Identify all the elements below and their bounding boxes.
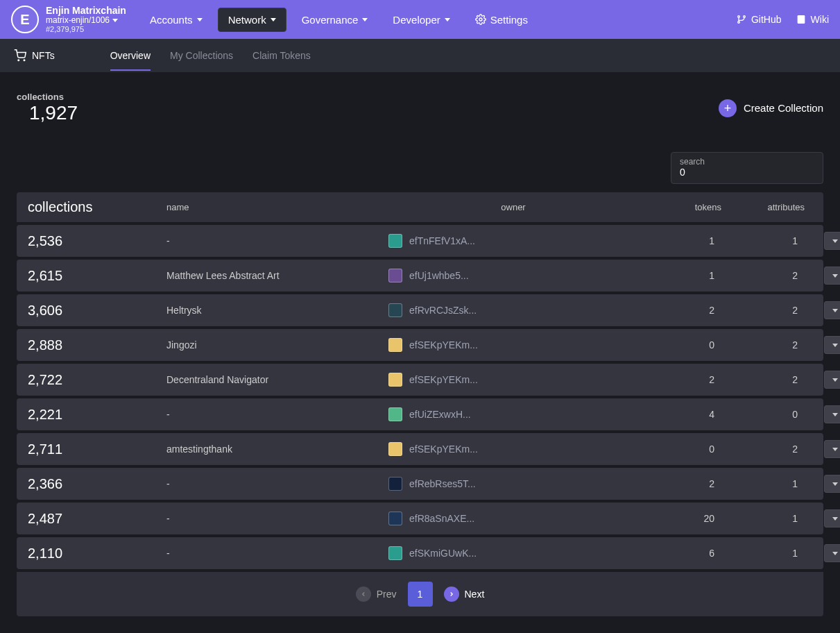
search-input[interactable] xyxy=(680,167,814,178)
row-actions-button[interactable] xyxy=(824,301,840,319)
chevron-down-icon xyxy=(832,239,838,243)
table-row: 2,221 - efUiZExwxH... 4 0 xyxy=(17,398,823,430)
nav-accounts[interactable]: Accounts xyxy=(140,8,212,31)
cell-id: 2,722 xyxy=(28,372,166,388)
row-actions-button[interactable] xyxy=(824,509,840,528)
cell-owner[interactable]: efUj1whbe5... xyxy=(388,269,638,282)
chevron-down-icon xyxy=(832,378,838,382)
github-link[interactable]: GitHub xyxy=(736,14,782,25)
row-actions-button[interactable] xyxy=(824,544,840,562)
plus-icon: + xyxy=(719,99,737,117)
nav-developer[interactable]: Developer xyxy=(383,8,459,31)
row-actions-button[interactable] xyxy=(824,371,840,389)
create-collection-button[interactable]: + Create Collection xyxy=(719,99,823,117)
cell-tokens: 0 xyxy=(638,339,721,351)
cell-owner[interactable]: efUiZExwxH... xyxy=(388,407,638,421)
cell-attributes: 2 xyxy=(721,374,805,385)
book-icon xyxy=(796,14,807,25)
collections-table: collections name owner tokens attributes… xyxy=(17,192,823,616)
cell-tokens: 0 xyxy=(638,444,721,455)
svg-point-3 xyxy=(744,16,746,18)
row-actions-button[interactable] xyxy=(824,232,840,250)
cell-attributes: 2 xyxy=(721,305,805,316)
tab-overview[interactable]: Overview xyxy=(110,40,151,71)
table-row: 2,536 - efTnFEfV1xA... 1 1 xyxy=(17,225,823,257)
cell-tokens: 1 xyxy=(638,270,721,281)
identicon-icon xyxy=(388,546,402,560)
cell-tokens: 4 xyxy=(638,409,721,420)
svg-point-5 xyxy=(18,60,19,61)
chevron-down-icon xyxy=(832,552,838,555)
row-actions-button[interactable] xyxy=(824,267,840,285)
cell-name: - xyxy=(166,548,388,559)
arrow-right-icon xyxy=(444,586,459,602)
cell-id: 2,487 xyxy=(28,511,166,527)
svg-rect-4 xyxy=(797,15,805,24)
table-row: 2,722 Decentraland Navigator efSEKpYEKm.… xyxy=(17,364,823,396)
cell-id: 2,110 xyxy=(28,546,166,562)
identicon-icon xyxy=(388,303,402,317)
pagination: Prev 1 Next xyxy=(17,572,823,616)
th-collections: collections xyxy=(28,199,166,215)
chevron-down-icon xyxy=(445,18,450,22)
prev-button: Prev xyxy=(356,586,397,602)
row-actions-button[interactable] xyxy=(824,336,840,354)
table-row: 2,711 amtestingthank efSEKpYEKm... 0 2 xyxy=(17,433,823,465)
cell-owner[interactable]: efSKmiGUwK... xyxy=(388,546,638,560)
table-row: 2,366 - efRebRses5T... 2 1 xyxy=(17,468,823,500)
cell-name: Matthew Lees Abstract Art xyxy=(166,270,388,281)
cell-name: - xyxy=(166,478,388,489)
cell-name: - xyxy=(166,513,388,524)
git-branch-icon xyxy=(736,14,747,25)
chevron-down-icon xyxy=(112,19,118,22)
chevron-down-icon xyxy=(271,18,276,22)
cell-owner[interactable]: efRvRCJsZsk... xyxy=(388,303,638,317)
arrow-left-icon xyxy=(356,586,371,602)
chain-selector[interactable]: Enjin Matrixchain matrix-enjin/1006 #2,3… xyxy=(46,6,126,34)
cell-name: amtestingthank xyxy=(166,444,388,455)
cell-owner[interactable]: efSEKpYEKm... xyxy=(388,442,638,456)
nav-settings[interactable]: Settings xyxy=(465,8,538,31)
logo-icon[interactable]: E xyxy=(11,6,39,33)
svg-point-2 xyxy=(738,16,740,18)
cell-attributes: 0 xyxy=(721,409,805,420)
th-attributes: attributes xyxy=(721,202,805,212)
identicon-icon xyxy=(388,442,402,456)
table-header: collections name owner tokens attributes xyxy=(17,192,823,222)
cell-owner[interactable]: efR8aSnAXE... xyxy=(388,512,638,525)
next-button[interactable]: Next xyxy=(444,586,485,602)
table-row: 2,888 Jingozi efSEKpYEKm... 0 2 xyxy=(17,329,823,361)
row-actions-button[interactable] xyxy=(824,475,840,493)
row-actions-button[interactable] xyxy=(824,405,840,423)
cell-owner[interactable]: efRebRses5T... xyxy=(388,477,638,491)
cell-tokens: 2 xyxy=(638,305,721,316)
th-name: name xyxy=(166,202,388,212)
cell-attributes: 1 xyxy=(721,548,805,559)
cell-attributes: 1 xyxy=(721,235,805,246)
cell-id: 2,536 xyxy=(28,233,166,249)
cell-attributes: 2 xyxy=(721,444,805,455)
th-owner: owner xyxy=(388,202,638,212)
cell-owner[interactable]: efSEKpYEKm... xyxy=(388,338,638,352)
cell-tokens: 1 xyxy=(638,235,721,246)
cell-owner[interactable]: efTnFEfV1xA... xyxy=(388,234,638,248)
cell-tokens: 2 xyxy=(638,374,721,385)
tab-claim-tokens[interactable]: Claim Tokens xyxy=(252,40,311,71)
wiki-link[interactable]: Wiki xyxy=(796,14,829,25)
breadcrumb-nfts: NFTs xyxy=(0,39,69,72)
page-number[interactable]: 1 xyxy=(408,582,433,607)
nav-governance[interactable]: Governance xyxy=(292,8,378,31)
table-row: 2,110 - efSKmiGUwK... 6 1 xyxy=(17,537,823,569)
cell-owner[interactable]: efSEKpYEKm... xyxy=(388,373,638,387)
tab-my-collections[interactable]: My Collections xyxy=(170,40,233,71)
cell-tokens: 2 xyxy=(638,478,721,489)
chevron-down-icon xyxy=(832,274,838,278)
row-actions-button[interactable] xyxy=(824,440,840,458)
chevron-down-icon xyxy=(832,413,838,416)
nav-network[interactable]: Network xyxy=(218,8,286,32)
cell-name: - xyxy=(166,409,388,420)
identicon-icon xyxy=(388,512,402,525)
gear-icon xyxy=(475,14,486,25)
cell-tokens: 6 xyxy=(638,548,721,559)
search-field[interactable]: search xyxy=(671,152,823,184)
